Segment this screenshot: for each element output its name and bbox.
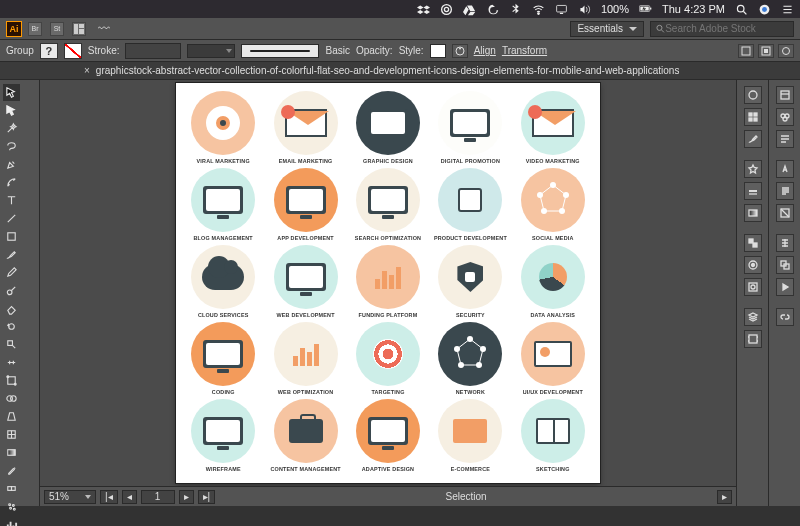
tool-line[interactable] — [3, 210, 20, 227]
document-tab-title[interactable]: graphicstock-abstract-vector-collection-… — [96, 65, 680, 76]
stroke-swatch[interactable] — [64, 43, 82, 59]
artboard-number-field[interactable]: 1 — [141, 490, 175, 504]
art-icon-funding-platform[interactable]: FUNDING PLATFORM — [349, 245, 427, 318]
panel-symbols-icon[interactable] — [744, 160, 762, 178]
art-icon-coding[interactable]: CODING — [184, 322, 262, 395]
adobe-stock-search[interactable] — [650, 21, 794, 37]
tab-close-button[interactable]: × — [84, 65, 90, 76]
tool-blend[interactable] — [3, 480, 20, 497]
panel-color-icon[interactable] — [744, 86, 762, 104]
tool-free-transform[interactable] — [3, 372, 20, 389]
art-icon-security[interactable]: SECURITY — [431, 245, 509, 318]
notification-center-icon[interactable] — [781, 3, 794, 16]
tool-rotate[interactable] — [3, 318, 20, 335]
workspace-switcher[interactable]: Essentials — [570, 21, 644, 37]
art-icon-digital-promotion[interactable]: DIGITAL PROMOTION — [431, 91, 509, 164]
tool-shape-builder[interactable] — [3, 390, 20, 407]
edit-clip-button[interactable] — [758, 44, 774, 58]
panel-stroke-icon[interactable] — [744, 182, 762, 200]
tool-type[interactable] — [3, 192, 20, 209]
tool-pencil[interactable] — [3, 264, 20, 281]
sync-icon[interactable] — [486, 3, 499, 16]
artboard-last-button[interactable]: ▸| — [198, 490, 216, 504]
art-icon-targeting[interactable]: TARGETING — [349, 322, 427, 395]
art-icon-network[interactable]: NETWORK — [431, 322, 509, 395]
panel-graphic-styles-icon[interactable] — [744, 278, 762, 296]
panel-layers-icon[interactable] — [744, 308, 762, 326]
art-icon-cloud-services[interactable]: CLOUD SERVICES — [184, 245, 262, 318]
artboard[interactable]: VIRAL MARKETINGEMAIL MARKETINGGRAPHIC DE… — [176, 83, 600, 483]
status-menu-button[interactable]: ▸ — [717, 490, 732, 504]
art-icon-ui-ux-development[interactable]: UI/UX DEVELOPMENT — [514, 322, 592, 395]
dropbox-icon[interactable] — [417, 3, 430, 16]
art-icon-product-development[interactable]: PRODUCT DEVELOPMENT — [431, 168, 509, 241]
brush-preview[interactable] — [241, 44, 319, 58]
volume-icon[interactable] — [578, 3, 591, 16]
tool-paintbrush[interactable] — [3, 246, 20, 263]
spotlight-icon[interactable] — [735, 3, 748, 16]
canvas-area[interactable]: VIRAL MARKETINGEMAIL MARKETINGGRAPHIC DE… — [40, 80, 736, 486]
panel-appearance-icon[interactable] — [744, 256, 762, 274]
art-icon-graphic-design[interactable]: GRAPHIC DESIGN — [349, 91, 427, 164]
bridge-icon[interactable]: Br — [28, 22, 42, 36]
edit-contents-button[interactable] — [778, 44, 794, 58]
panel-libraries-icon[interactable] — [776, 86, 794, 104]
stock-search-input[interactable] — [665, 23, 789, 34]
gdrive-icon[interactable] — [463, 3, 476, 16]
zoom-field[interactable]: 51% — [44, 490, 96, 504]
menubar-clock[interactable]: Thu 4:23 PM — [662, 3, 725, 15]
panel-brushes-icon[interactable] — [744, 130, 762, 148]
isolate-button[interactable] — [738, 44, 754, 58]
art-icon-sketching[interactable]: SKETCHING — [514, 399, 592, 472]
panel-paragraph-icon[interactable] — [776, 182, 794, 200]
battery-icon[interactable] — [639, 3, 652, 16]
tool-lasso[interactable] — [3, 138, 20, 155]
tool-eraser[interactable] — [3, 300, 20, 317]
art-icon-web-development[interactable]: WEB DEVELOPMENT — [266, 245, 344, 318]
tool-selection[interactable] — [3, 84, 20, 101]
tool-magic-wand[interactable] — [3, 120, 20, 137]
graphic-style-swatch[interactable] — [430, 44, 446, 58]
recolor-artwork-button[interactable] — [452, 44, 468, 58]
align-link[interactable]: Align — [474, 45, 496, 56]
tool-column-graph[interactable] — [3, 516, 20, 527]
art-icon-app-development[interactable]: APP DEVELOPMENT — [266, 168, 344, 241]
panel-links-icon[interactable] — [776, 308, 794, 326]
tool-rectangle[interactable] — [3, 228, 20, 245]
bluetooth-icon[interactable] — [509, 3, 522, 16]
art-icon-search-optimization[interactable]: SEARCH OPTIMIZATION — [349, 168, 427, 241]
arrange-docs-icon[interactable] — [72, 22, 86, 36]
transform-link[interactable]: Transform — [502, 45, 547, 56]
tool-mesh[interactable] — [3, 426, 20, 443]
art-icon-web-optimization[interactable]: WEB OPTIMIZATION — [266, 322, 344, 395]
panel-artboards-icon[interactable] — [744, 330, 762, 348]
panel-align-icon[interactable] — [776, 234, 794, 252]
tool-direct-selection[interactable] — [3, 102, 20, 119]
tool-curvature[interactable] — [3, 174, 20, 191]
panel-color-themes-icon[interactable] — [776, 108, 794, 126]
art-icon-blog-management[interactable]: BLOG MANAGEMENT — [184, 168, 262, 241]
tool-width[interactable] — [3, 354, 20, 371]
fill-swatch[interactable]: ? — [40, 43, 58, 59]
art-icon-wireframe[interactable]: WIREFRAME — [184, 399, 262, 472]
selection-bounding-box[interactable] — [438, 91, 502, 155]
art-icon-social-media[interactable]: SOCIAL MEDIA — [514, 168, 592, 241]
tool-perspective[interactable] — [3, 408, 20, 425]
art-icon-viral-marketing[interactable]: VIRAL MARKETING — [184, 91, 262, 164]
stroke-weight-field[interactable] — [125, 43, 181, 59]
tool-blob-brush[interactable] — [3, 282, 20, 299]
panel-transform-icon[interactable] — [776, 204, 794, 222]
tool-scale[interactable] — [3, 336, 20, 353]
art-icon-adaptive-design[interactable]: ADAPTIVE DESIGN — [349, 399, 427, 472]
panel-transparency-icon[interactable] — [744, 234, 762, 252]
display-icon[interactable] — [555, 3, 568, 16]
panel-swatches-icon[interactable] — [744, 108, 762, 126]
gpu-preview-icon[interactable]: 〰 — [98, 22, 110, 36]
art-icon-video-marketing[interactable]: VIDEO MARKETING — [514, 91, 592, 164]
panel-character-icon[interactable] — [776, 160, 794, 178]
art-icon-email-marketing[interactable]: EMAIL MARKETING — [266, 91, 344, 164]
panel-gradient-icon[interactable] — [744, 204, 762, 222]
tool-pen[interactable] — [3, 156, 20, 173]
artboard-prev-button[interactable]: ◂ — [122, 490, 137, 504]
creative-cloud-icon[interactable] — [440, 3, 453, 16]
